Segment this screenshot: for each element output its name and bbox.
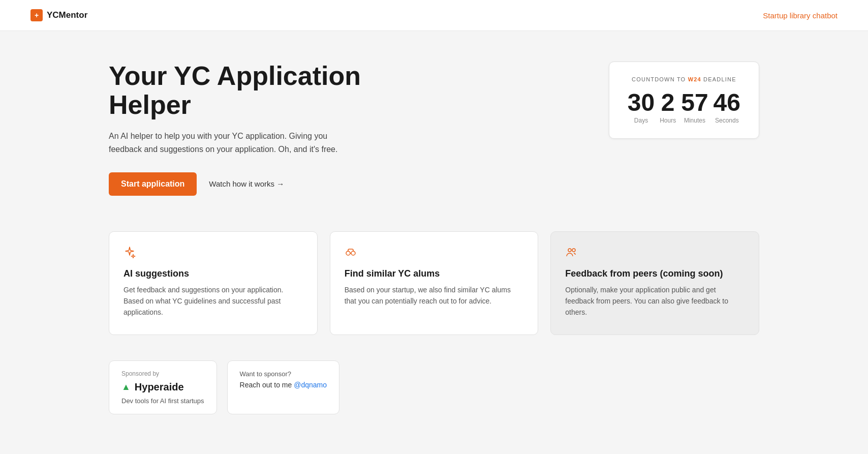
countdown-days: 30 Days [628,90,655,124]
hero-title: Your YC Application Helper [109,62,414,119]
countdown-numbers: 30 Days 2 Hours 57 Minutes 46 Seconds [628,90,740,124]
sponsor-tagline: Dev tools for AI first startups [121,397,204,405]
days-value: 30 [628,90,655,115]
feature-desc-0: Get feedback and suggestions on your app… [123,284,303,318]
feature-desc-2: Optionally, make your application public… [565,284,745,318]
feature-desc-1: Based on your startup, we also find simi… [345,284,524,307]
countdown-hours: 2 Hours [660,90,676,124]
hours-label: Hours [660,117,676,124]
want-sponsor-title: Want to sponsor? [240,370,327,378]
feature-card-peer-feedback: Feedback from peers (coming soon) Option… [550,231,759,335]
hero-left: Your YC Application Helper An AI helper … [109,62,414,196]
minutes-value: 57 [681,90,708,115]
nav-chatbot-link[interactable]: Startup library chatbot [763,11,838,20]
svg-point-2 [568,249,571,252]
logo: + YCMentor [30,9,87,21]
feature-title-1: Find similar YC alums [345,268,524,279]
hero-section: Your YC Application Helper An AI helper … [109,62,759,196]
days-label: Days [634,117,648,124]
sponsor-card: Sponsored by ▲ Hyperaide Dev tools for A… [109,360,217,414]
want-sponsor-desc: Reach out to me @dqnamo [240,381,327,389]
seconds-label: Seconds [715,117,739,124]
feature-title-0: AI suggestions [123,268,303,279]
countdown-card: COUNTDOWN TO W24 DEADLINE 30 Days 2 Hour… [609,62,759,139]
sponsor-contact-link[interactable]: @dqnamo [294,381,327,389]
hero-description: An AI helper to help you with your YC ap… [109,130,414,156]
hero-actions: Start application Watch how it works → [109,172,414,196]
minutes-label: Minutes [684,117,705,124]
peers-icon [565,246,745,261]
hours-value: 2 [661,90,675,115]
sponsor-row: Sponsored by ▲ Hyperaide Dev tools for A… [109,360,759,414]
countdown-minutes: 57 Minutes [681,90,708,124]
svg-point-0 [346,251,350,255]
sponsor-icon: ▲ [121,382,131,392]
feature-title-2: Feedback from peers (coming soon) [565,268,745,279]
sponsor-name: ▲ Hyperaide [121,381,204,393]
binoculars-icon [345,246,524,261]
start-application-button[interactable]: Start application [109,172,197,196]
feature-grid: AI suggestions Get feedback and suggesti… [109,231,759,335]
feature-card-ai-suggestions: AI suggestions Get feedback and suggesti… [109,231,318,335]
feature-card-similar-alums: Find similar YC alums Based on your star… [330,231,539,335]
watch-how-it-works-button[interactable]: Watch how it works → [209,179,284,188]
countdown-badge: W24 [688,76,701,82]
logo-icon: + [30,9,43,21]
sponsor-label: Sponsored by [121,370,204,377]
svg-point-3 [572,249,575,252]
countdown-seconds: 46 Seconds [714,90,740,124]
logo-text: YCMentor [47,10,87,20]
svg-point-1 [351,251,355,255]
want-sponsor-card: Want to sponsor? Reach out to me @dqnamo [227,360,339,414]
seconds-value: 46 [714,90,740,115]
sparkle-icon [123,246,303,261]
countdown-label: COUNTDOWN TO W24 DEADLINE [628,76,740,82]
